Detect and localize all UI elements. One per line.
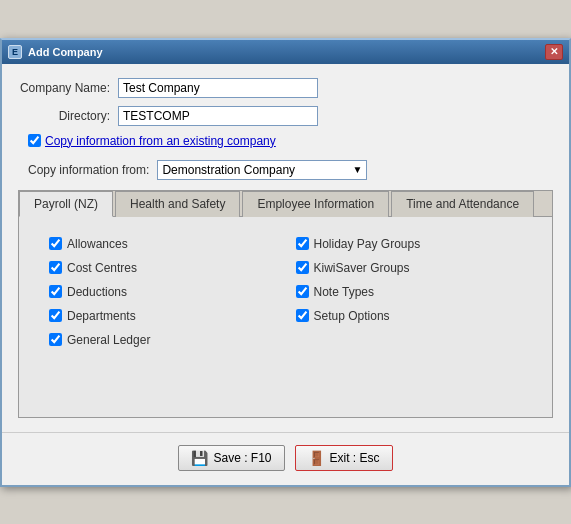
exit-label: Exit : Esc	[330, 451, 380, 465]
list-item: Cost Centres	[49, 261, 276, 275]
label-cost-centres: Cost Centres	[67, 261, 137, 275]
label-departments: Departments	[67, 309, 136, 323]
list-item: Note Types	[296, 285, 523, 299]
copy-from-label: Copy information from:	[28, 163, 149, 177]
list-item: Allowances	[49, 237, 276, 251]
list-item: KiwiSaver Groups	[296, 261, 523, 275]
label-deductions: Deductions	[67, 285, 127, 299]
label-general-ledger: General Ledger	[67, 333, 150, 347]
label-setup-options: Setup Options	[314, 309, 390, 323]
exit-button[interactable]: 🚪 Exit : Esc	[295, 445, 393, 471]
checkbox-cost-centres[interactable]	[49, 261, 62, 274]
label-note-types: Note Types	[314, 285, 374, 299]
copy-checkbox[interactable]	[28, 134, 41, 147]
list-item: Departments	[49, 309, 276, 323]
save-button[interactable]: 💾 Save : F10	[178, 445, 284, 471]
window-icon: E	[8, 45, 22, 59]
add-company-window: E Add Company ✕ Company Name: Directory:…	[0, 38, 571, 487]
copy-link-text[interactable]: Copy information from an existing compan…	[45, 134, 276, 148]
window-title: Add Company	[28, 46, 103, 58]
checkbox-setup-options[interactable]	[296, 309, 309, 322]
directory-input[interactable]	[118, 106, 318, 126]
dropdown-arrow-icon: ▼	[352, 164, 362, 175]
title-bar: E Add Company ✕	[2, 40, 569, 64]
list-item: Setup Options	[296, 309, 523, 323]
close-button[interactable]: ✕	[545, 44, 563, 60]
tab-payroll[interactable]: Payroll (NZ)	[19, 191, 113, 217]
directory-label: Directory:	[18, 109, 118, 123]
label-holiday-pay-groups: Holiday Pay Groups	[314, 237, 421, 251]
checkbox-deductions[interactable]	[49, 285, 62, 298]
checkboxes-grid: Allowances Cost Centres Deductions	[49, 237, 522, 347]
label-kiwisaver-groups: KiwiSaver Groups	[314, 261, 410, 275]
company-name-input[interactable]	[118, 78, 318, 98]
copy-from-row: Copy information from: Demonstration Com…	[18, 160, 553, 180]
tab-panel: Payroll (NZ) Health and Safety Employee …	[18, 190, 553, 418]
label-allowances: Allowances	[67, 237, 128, 251]
checkbox-kiwisaver-groups[interactable]	[296, 261, 309, 274]
checkbox-allowances[interactable]	[49, 237, 62, 250]
tab-health-safety[interactable]: Health and Safety	[115, 191, 240, 217]
checkbox-departments[interactable]	[49, 309, 62, 322]
exit-icon: 🚪	[308, 450, 325, 466]
copy-from-value: Demonstration Company	[162, 163, 295, 177]
list-item: General Ledger	[49, 333, 276, 347]
checkbox-general-ledger[interactable]	[49, 333, 62, 346]
company-name-label: Company Name:	[18, 81, 118, 95]
save-icon: 💾	[191, 450, 208, 466]
checkbox-note-types[interactable]	[296, 285, 309, 298]
list-item: Deductions	[49, 285, 276, 299]
checkboxes-col1: Allowances Cost Centres Deductions	[49, 237, 276, 347]
list-item: Holiday Pay Groups	[296, 237, 523, 251]
copy-checkbox-row: Copy information from an existing compan…	[18, 134, 553, 148]
main-content: Company Name: Directory: Copy informatio…	[2, 64, 569, 432]
tab-time-attendance[interactable]: Time and Attendance	[391, 191, 534, 217]
tab-content-payroll: Allowances Cost Centres Deductions	[19, 217, 552, 417]
save-label: Save : F10	[213, 451, 271, 465]
company-name-row: Company Name:	[18, 78, 553, 98]
footer: 💾 Save : F10 🚪 Exit : Esc	[2, 432, 569, 485]
checkbox-holiday-pay-groups[interactable]	[296, 237, 309, 250]
tab-bar: Payroll (NZ) Health and Safety Employee …	[19, 191, 552, 217]
checkboxes-col2: Holiday Pay Groups KiwiSaver Groups Note…	[296, 237, 523, 347]
directory-row: Directory:	[18, 106, 553, 126]
tab-employee-information[interactable]: Employee Information	[242, 191, 389, 217]
copy-from-dropdown[interactable]: Demonstration Company ▼	[157, 160, 367, 180]
